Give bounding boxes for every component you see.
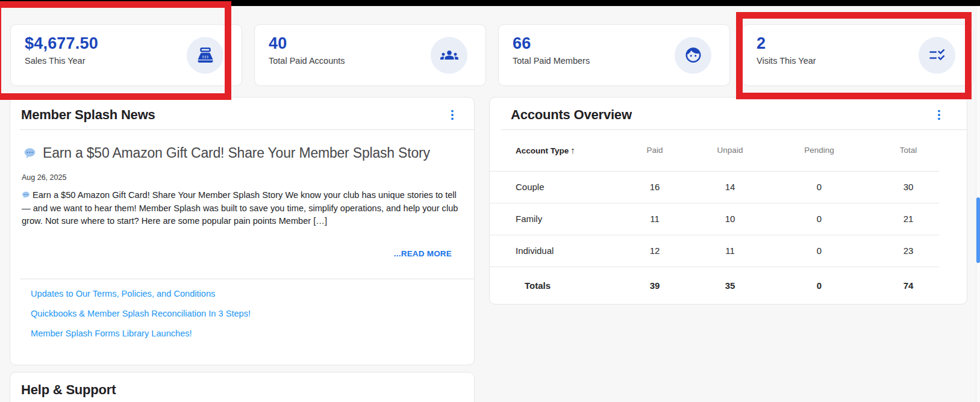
speech-bubble-icon (22, 191, 30, 199)
headline-text: Earn a $50 Amazon Gift Card! Share Your … (43, 145, 430, 161)
cell-account-type: Family (490, 203, 610, 235)
news-article-headline: Earn a $50 Amazon Gift Card! Share Your … (23, 145, 461, 161)
cell-unpaid: 14 (699, 171, 761, 203)
table-header-row: Account Type↑ Paid Unpaid Pending Total (490, 130, 939, 171)
cell-paid: 11 (610, 203, 699, 235)
cell-unpaid: 10 (699, 203, 761, 235)
excerpt-text: Earn a $50 Amazon Gift Card! Share Your … (22, 190, 458, 226)
help-support-card: Help & Support (10, 372, 475, 402)
cell-unpaid: 11 (699, 235, 761, 267)
table-row: Couple 16 14 0 30 (490, 171, 939, 203)
column-header-paid[interactable]: Paid (610, 130, 699, 171)
news-card-title: Member Splash News (21, 107, 155, 123)
header-label: Account Type (516, 146, 569, 155)
sort-ascending-icon: ↑ (570, 145, 575, 155)
accounts-table: Account Type↑ Paid Unpaid Pending Total … (490, 130, 939, 304)
column-header-pending[interactable]: Pending (761, 130, 878, 171)
list-item: Updates to Our Terms, Policies, and Cond… (31, 288, 474, 299)
stat-card-paid-accounts: 40 Total Paid Accounts (254, 24, 486, 86)
cell-grand-total: 74 (878, 267, 939, 304)
table-row: Individual 12 11 0 23 (490, 235, 939, 267)
groups-icon (431, 37, 467, 73)
cell-account-type: Individual (490, 235, 610, 267)
accounts-card-title: Accounts Overview (511, 107, 632, 123)
kebab-menu-icon[interactable] (932, 108, 946, 123)
speech-bubble-icon (23, 147, 36, 159)
news-links-list: Updates to Our Terms, Policies, and Cond… (31, 288, 474, 339)
dashboard-page: $4,677.50 Sales This Year 40 Total Paid … (0, 0, 980, 402)
cell-pending-total: 0 (761, 267, 878, 304)
cell-unpaid-total: 35 (699, 267, 761, 304)
cell-total: 23 (878, 235, 939, 267)
news-article-date: Aug 26, 2025 (22, 173, 474, 182)
divider (20, 279, 474, 279)
cell-total: 21 (878, 203, 939, 235)
table-row: Family 11 10 0 21 (490, 203, 939, 235)
stat-card-sales: $4,677.50 Sales This Year (10, 24, 242, 86)
cell-pending: 0 (761, 203, 878, 235)
news-link-terms[interactable]: Updates to Our Terms, Policies, and Cond… (31, 289, 215, 298)
divider (20, 129, 474, 130)
checklist-icon (919, 37, 955, 73)
news-article-excerpt: Earn a $50 Amazon Gift Card! Share Your … (22, 189, 463, 228)
stat-card-paid-members: 66 Total Paid Members (498, 24, 730, 86)
cell-account-type: Couple (490, 171, 610, 203)
table-totals-row: Totals 39 35 0 74 (490, 267, 939, 304)
cell-total: 30 (878, 171, 939, 203)
member-splash-news-card: Member Splash News Earn a $50 Amazon Gif… (10, 97, 475, 365)
cell-paid-total: 39 (610, 267, 699, 304)
kebab-menu-icon[interactable] (445, 108, 460, 123)
accounts-overview-card: Accounts Overview Account Type↑ Paid Unp… (489, 97, 967, 305)
stats-row: $4,677.50 Sales This Year 40 Total Paid … (10, 24, 974, 86)
stat-card-visits: 2 Visits This Year (742, 24, 974, 86)
list-item: Quickbooks & Member Splash Reconciliatio… (31, 308, 474, 319)
list-item: Member Splash Forms Library Launches! (31, 328, 474, 339)
column-header-total[interactable]: Total (878, 130, 939, 171)
cell-paid: 16 (610, 171, 699, 203)
news-link-quickbooks[interactable]: Quickbooks & Member Splash Reconciliatio… (31, 309, 251, 318)
cell-pending: 0 (761, 171, 878, 203)
top-black-strip (0, 0, 980, 6)
column-header-account-type[interactable]: Account Type↑ (490, 130, 610, 171)
face-icon (675, 37, 711, 73)
cell-pending: 0 (761, 235, 878, 267)
news-link-forms-library[interactable]: Member Splash Forms Library Launches! (31, 329, 192, 338)
cell-paid: 12 (610, 235, 699, 267)
cell-totals-label: Totals (490, 267, 610, 304)
read-more-link[interactable]: ...READ MORE (394, 249, 452, 258)
vertical-scrollbar-track[interactable] (976, 6, 980, 402)
cash-register-icon (187, 37, 223, 73)
column-header-unpaid[interactable]: Unpaid (699, 130, 761, 171)
help-card-title: Help & Support (21, 382, 116, 398)
vertical-scrollbar-thumb[interactable] (976, 197, 980, 263)
